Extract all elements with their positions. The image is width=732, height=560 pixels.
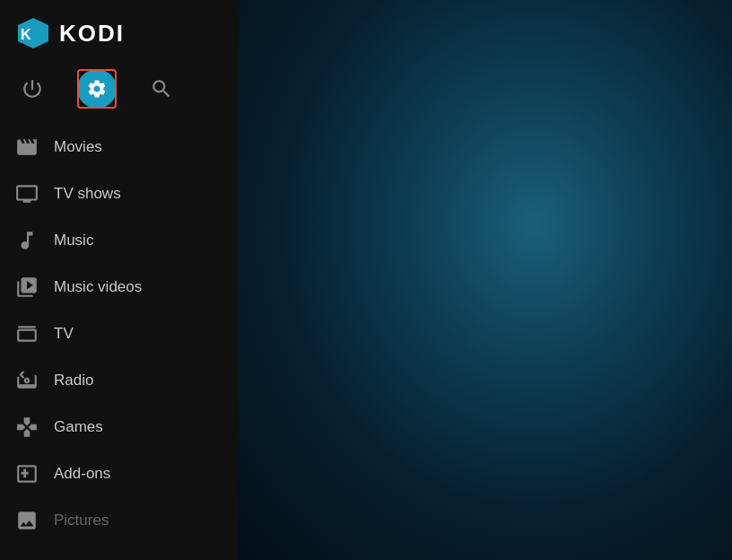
kodi-logo-icon: K — [16, 16, 50, 50]
radio-label: Radio — [54, 372, 93, 389]
sidebar-item-radio[interactable]: Radio — [0, 357, 238, 404]
app-title: KODI — [59, 20, 125, 48]
radio-icon — [14, 368, 39, 393]
music-videos-label: Music videos — [54, 278, 142, 296]
svg-text:K: K — [21, 27, 31, 42]
search-button[interactable] — [129, 66, 194, 111]
movies-icon — [14, 135, 39, 160]
sidebar-item-add-ons[interactable]: Add-ons — [0, 451, 238, 497]
add-ons-icon — [14, 461, 39, 486]
logo-area: K KODI — [0, 0, 238, 63]
pictures-icon — [14, 508, 39, 533]
nav-list: Movies TV shows Music — [0, 124, 238, 560]
search-icon — [150, 77, 173, 101]
sidebar-item-games[interactable]: Games — [0, 404, 238, 451]
sidebar-item-tv-shows[interactable]: TV shows — [0, 171, 238, 217]
music-videos-icon — [14, 275, 39, 300]
sidebar-item-movies[interactable]: Movies — [0, 124, 238, 171]
add-ons-label: Add-ons — [54, 465, 110, 483]
top-icons-bar — [0, 63, 238, 124]
sidebar: K KODI — [0, 0, 238, 560]
tv-label: TV — [54, 325, 74, 343]
power-icon — [21, 77, 44, 101]
sidebar-item-tv[interactable]: TV — [0, 311, 238, 357]
games-icon — [14, 415, 39, 440]
tv-icon — [14, 321, 39, 346]
music-label: Music — [54, 232, 93, 249]
power-button[interactable] — [0, 66, 65, 111]
tv-shows-label: TV shows — [54, 185, 121, 203]
settings-button[interactable] — [65, 66, 129, 111]
sidebar-item-music-videos[interactable]: Music videos — [0, 264, 238, 311]
music-icon — [14, 228, 39, 253]
sidebar-item-music[interactable]: Music — [0, 217, 238, 264]
movies-label: Movies — [54, 138, 102, 156]
sidebar-item-pictures[interactable]: Pictures — [0, 497, 238, 544]
games-label: Games — [54, 418, 103, 436]
pictures-label: Pictures — [54, 512, 109, 529]
tv-shows-icon — [14, 181, 39, 206]
settings-highlight-border — [77, 69, 117, 109]
main-content-area — [238, 0, 732, 560]
